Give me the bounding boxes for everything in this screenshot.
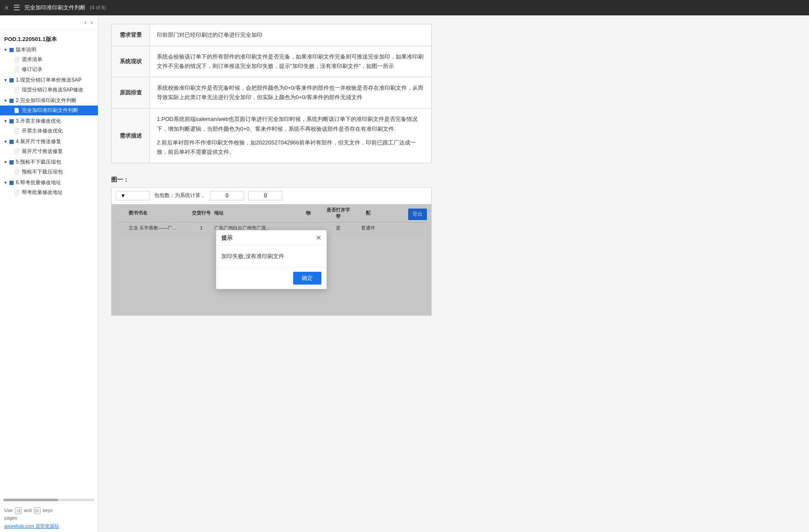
tree-group-g1: ▼版本说明📄需求清单📄修订记录 [0, 45, 98, 74]
hint-keys: keys [43, 508, 53, 513]
document-icon: 📄 [14, 190, 20, 195]
num-cell-1: 0 [210, 191, 244, 200]
search-bar: ‹ › [0, 15, 98, 29]
table-content-cell: 系统会校验该订单下的所有部件的准印刷文件是否完备，如果准印刷文件完备则可推送完全… [150, 46, 432, 77]
table-label-cell: 原因排查 [112, 77, 150, 109]
document-icon: 📄 [14, 108, 20, 113]
page-title: 完全加印准印刷文件判断 [24, 4, 85, 12]
tree-group-header-g1[interactable]: ▼版本说明 [0, 45, 98, 55]
table-row: 需求背景印前部门对已经印刷过的订单进行完全加印 [112, 24, 432, 46]
tree-group-header-g7[interactable]: ▼6.帮考批量修改地址 [0, 178, 98, 188]
menu-button[interactable]: ☰ [13, 3, 20, 12]
document-icon: 📄 [14, 87, 20, 93]
dialog-overlay: 提示 ✕ 加印失败,没有准印刷文件 确定 [112, 204, 431, 315]
search-prev-button[interactable]: ‹ [83, 18, 88, 26]
table-content-cell: 1.POD系统前端saleman/web也页面订单进行完全加印时候，系统判断该订… [150, 109, 432, 163]
table-content-cell: 系统校验准印刷文件是否完备时候，会把部件颜色为0+0/客来件的部件也一并校验是否… [150, 77, 432, 109]
tree-group-header-g4[interactable]: ▼3.开票主体修改优化 [0, 116, 98, 126]
dialog-header: 提示 ✕ [216, 230, 327, 246]
chevron-down-icon: ▼ [121, 193, 126, 199]
table-row: 原因排查系统校验准印刷文件是否完备时候，会把部件颜色为0+0/客来件的部件也一并… [112, 77, 432, 109]
arrow-icon: ▼ [3, 47, 8, 52]
table-row: 需求描述1.POD系统前端saleman/web也页面订单进行完全加印时候，系统… [112, 109, 432, 163]
blue-square-icon [9, 119, 14, 123]
figure-bottom: 导出 图书书名 交货行号 地址 物 是否打并字带 配 立业 乐学善教——广... [112, 204, 431, 315]
main-layout: ‹ › POD.1.220501.1版本 ▼版本说明📄需求清单📄修订记录▼1.现… [0, 15, 809, 532]
key-right-badge: ▷ [34, 507, 41, 514]
figure-select[interactable]: ▼ [116, 191, 150, 200]
tree-child-c4[interactable]: 📄完全加印准印刷文件判断 [0, 106, 98, 115]
table-label-cell: 需求背景 [112, 24, 150, 46]
tree-group-header-g2[interactable]: ▼1.现货分销订单单价推送SAP [0, 75, 98, 85]
close-button[interactable]: ✕ [4, 5, 9, 11]
axure-link[interactable]: axurehub.com 原型资源站 [4, 523, 94, 530]
tree-group-header-g6[interactable]: ▼5.预检不下载压缩包 [0, 157, 98, 167]
tree-group-g3: ▼2.完全加印准印刷文件判断📄完全加印准印刷文件判断 [0, 96, 98, 115]
document-icon: 📄 [14, 169, 20, 175]
search-nav: ‹ › [83, 18, 94, 26]
blue-square-icon [9, 181, 14, 185]
blue-square-icon [9, 78, 14, 82]
hint-pages: pages [4, 515, 17, 520]
tree-child-c1[interactable]: 📄需求清单 [0, 55, 98, 65]
page-info: (4 of 8) [90, 5, 106, 11]
dialog-close-button[interactable]: ✕ [316, 234, 321, 242]
child-label: 展开尺寸推送修复 [22, 148, 63, 155]
group-label: 6.帮考批量修改地址 [16, 179, 61, 186]
table-label-cell: 需求描述 [112, 109, 150, 163]
tree-group-g5: ▼4.展开尺寸推送修复📄展开尺寸推送修复 [0, 137, 98, 156]
tree-child-c7[interactable]: 📄预检不下载压缩包 [0, 167, 98, 177]
tree-group-g2: ▼1.现货分销订单单价推送SAP📄现货分销订单推送SAP修改 [0, 75, 98, 95]
tree-group-g6: ▼5.预检不下载压缩包📄预检不下载压缩包 [0, 157, 98, 177]
group-label: 1.现货分销订单单价推送SAP [16, 76, 82, 84]
dialog-confirm-button[interactable]: 确定 [293, 272, 321, 285]
document-icon: 📄 [14, 149, 20, 154]
content-part-0: 1.POD系统前端saleman/web也页面订单进行完全加印时候，系统判断该订… [157, 115, 424, 133]
blue-square-icon [9, 160, 14, 165]
arrow-icon: ▼ [3, 180, 8, 185]
top-bar: ✕ ☰ 完全加印准印刷文件判断 (4 of 8) [0, 0, 809, 15]
dialog-title: 提示 [221, 234, 232, 242]
tree-group-header-g3[interactable]: ▼2.完全加印准印刷文件判断 [0, 96, 98, 106]
arrow-icon: ▼ [3, 160, 8, 165]
tree-groups: ▼版本说明📄需求清单📄修订记录▼1.现货分销订单单价推送SAP📄现货分销订单推送… [0, 45, 98, 197]
arrow-icon: ▼ [3, 119, 8, 123]
document-icon: 📄 [14, 67, 20, 72]
hint-and: and [24, 508, 32, 513]
group-label: 版本说明 [16, 46, 36, 53]
child-label: 需求清单 [22, 56, 42, 63]
group-label: 3.开票主体修改优化 [16, 118, 61, 125]
child-label: 修订记录 [22, 66, 42, 73]
info-table: 需求背景印前部门对已经印刷过的订单进行完全加印系统现状系统会校验该订单下的所有部… [111, 24, 432, 163]
group-label: 4.展开尺寸推送修复 [16, 138, 61, 145]
search-next-button[interactable]: › [89, 18, 94, 26]
blue-square-icon [9, 48, 14, 52]
tree-child-c3[interactable]: 📄现货分销订单推送SAP修改 [0, 85, 98, 95]
key-left-badge: ◁ [15, 507, 22, 514]
child-label: 完全加印准印刷文件判断 [22, 107, 78, 114]
figure-label: 图一： [111, 176, 796, 184]
dialog-body: 加印失败,没有准印刷文件 [216, 246, 327, 267]
figure-container: ▼ 包包数：为系统计算， 0 0 导出 图书书名 交货行号 地址 物 是否打并字… [111, 187, 432, 316]
sidebar-scrollbar[interactable] [3, 499, 94, 501]
hint-use: Use [4, 508, 13, 513]
group-label: 2.完全加印准印刷文件判断 [16, 97, 76, 104]
dialog-footer: 确定 [216, 267, 327, 289]
document-icon: 📄 [14, 128, 20, 134]
table-label-cell: 系统现状 [112, 46, 150, 77]
sidebar: ‹ › POD.1.220501.1版本 ▼版本说明📄需求清单📄修订记录▼1.现… [0, 15, 98, 532]
tree: POD.1.220501.1版本 ▼版本说明📄需求清单📄修订记录▼1.现货分销订… [0, 29, 98, 497]
tree-group-g4: ▼3.开票主体修改优化📄开票主体修改优化 [0, 116, 98, 136]
tree-child-c2[interactable]: 📄修订记录 [0, 65, 98, 74]
child-label: 预检不下载压缩包 [22, 168, 63, 176]
bottom-hint: Use ◁ and ▷ keys pages axurehub.com 原型资源… [0, 503, 98, 532]
search-input[interactable] [3, 19, 80, 26]
tree-child-c6[interactable]: 📄展开尺寸推送修复 [0, 147, 98, 156]
tree-group-header-g5[interactable]: ▼4.展开尺寸推送修复 [0, 137, 98, 147]
table-content-cell: 印前部门对已经印刷过的订单进行完全加印 [150, 24, 432, 46]
blue-square-icon [9, 99, 14, 103]
tree-child-c5[interactable]: 📄开票主体修改优化 [0, 126, 98, 136]
child-label: 现货分销订单推送SAP修改 [22, 86, 83, 94]
tree-child-c8[interactable]: 📄帮考批量修改地址 [0, 188, 98, 197]
content-part-1: 2.前后单衬部件不作准印刷文件校验，如20220527042966前单衬有部件，… [157, 138, 424, 157]
